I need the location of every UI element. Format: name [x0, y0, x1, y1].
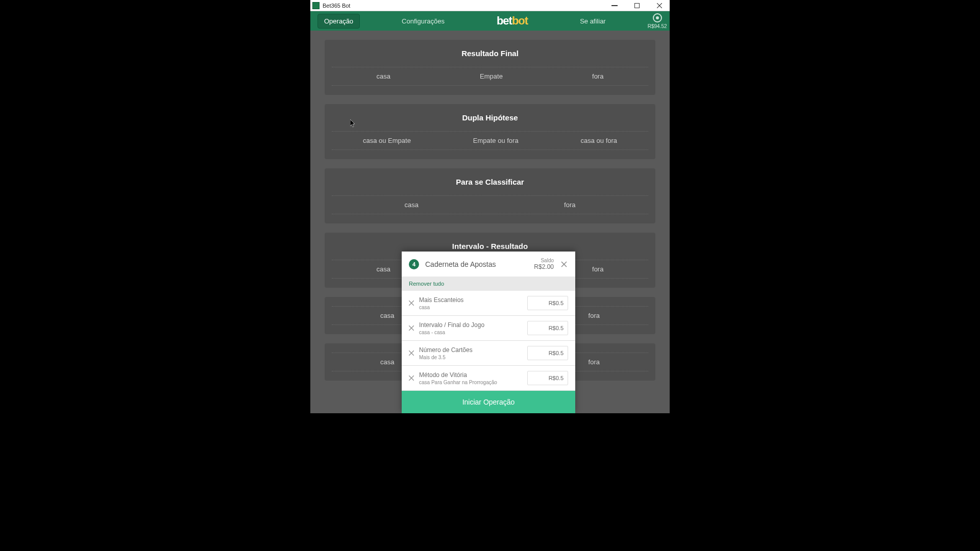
app-logo: betbot	[497, 14, 528, 28]
app-header: Operação Configurações betbot Se afiliar…	[310, 11, 670, 31]
market-option[interactable]: casa	[373, 263, 395, 275]
market-option[interactable]: casa	[376, 356, 398, 368]
app-icon	[312, 2, 320, 9]
market-card: Dupla Hipótesecasa ou EmpateEmpate ou fo…	[325, 104, 655, 159]
account-section[interactable]: R$94.52	[648, 13, 667, 29]
bet-slip-close-button[interactable]	[560, 260, 568, 268]
stake-input[interactable]: R$0.5	[527, 346, 568, 360]
bet-slip: 4 Caderneta de Apostas Saldo R$2.00 Remo…	[402, 252, 575, 413]
market-title: Dupla Hipótese	[332, 113, 648, 122]
bet-item-subtitle: casa - casa	[419, 330, 527, 335]
bet-slip-header: 4 Caderneta de Apostas Saldo R$2.00	[402, 252, 575, 277]
market-title: Intervalo - Resultado	[332, 242, 648, 251]
start-operation-button[interactable]: Iniciar Operação	[402, 391, 575, 413]
remove-bet-button[interactable]	[409, 299, 414, 307]
bet-item-title: Número de Cartões	[419, 346, 527, 354]
market-option[interactable]: Empate ou fora	[469, 135, 523, 146]
market-options-row: casa ou EmpateEmpate ou foracasa ou fora	[332, 131, 648, 150]
market-options-row: casafora	[332, 195, 648, 214]
bet-item-body: Mais Escanteioscasa	[419, 296, 527, 310]
bet-item-body: Intervalo / Final do Jogocasa - casa	[419, 321, 527, 335]
market-option[interactable]: fora	[588, 263, 607, 275]
market-card: Resultado FinalcasaEmpatefora	[325, 40, 655, 95]
market-option[interactable]: fora	[584, 356, 604, 368]
bet-item-body: Método de Vitóriacasa Para Ganhar na Pro…	[419, 371, 527, 385]
bet-item-subtitle: casa	[419, 305, 527, 310]
market-card: Para se Classificarcasafora	[325, 168, 655, 223]
bet-count-badge: 4	[409, 259, 419, 269]
nav-operacao[interactable]: Operação	[317, 14, 360, 29]
logo-text-left: bet	[497, 14, 512, 27]
remove-bet-button[interactable]	[409, 349, 414, 357]
close-button[interactable]	[651, 1, 668, 11]
balance-value: R$2.00	[534, 263, 554, 270]
nav-configuracoes[interactable]: Configurações	[396, 14, 451, 28]
maximize-button[interactable]	[629, 1, 645, 11]
bet-item-subtitle: casa Para Ganhar na Prorrogação	[419, 380, 527, 385]
market-option[interactable]: casa ou fora	[576, 135, 621, 146]
bet-item-title: Método de Vitória	[419, 371, 527, 379]
market-options-row: casaEmpatefora	[332, 67, 648, 86]
stake-input[interactable]: R$0.5	[527, 321, 568, 335]
bet-slip-title: Caderneta de Apostas	[425, 260, 496, 268]
market-option[interactable]: Empate	[476, 70, 507, 82]
market-title: Resultado Final	[332, 49, 648, 58]
bet-slip-item: Método de Vitóriacasa Para Ganhar na Pro…	[402, 366, 575, 391]
balance-label: Saldo	[534, 258, 554, 263]
minimize-button[interactable]	[606, 1, 623, 11]
market-option[interactable]: casa	[373, 70, 395, 82]
bet-slip-item: Intervalo / Final do Jogocasa - casaR$0.…	[402, 316, 575, 341]
stake-input[interactable]: R$0.5	[527, 296, 568, 310]
remove-bet-button[interactable]	[409, 374, 414, 382]
bet-slip-item: Mais EscanteioscasaR$0.5	[402, 291, 575, 316]
app-window: Bet365 Bot Operação Configurações betbot…	[310, 0, 670, 413]
logo-text-right: bot	[512, 14, 528, 27]
bet-item-title: Intervalo / Final do Jogo	[419, 321, 527, 329]
bet-item-subtitle: Mais de 3.5	[419, 355, 527, 360]
title-bar: Bet365 Bot	[310, 0, 670, 11]
market-option[interactable]: fora	[560, 199, 579, 211]
market-option[interactable]: fora	[584, 310, 604, 321]
market-option[interactable]: fora	[588, 70, 607, 82]
user-icon	[653, 13, 662, 22]
bet-item-body: Número de CartõesMais de 3.5	[419, 346, 527, 360]
market-title: Para se Classificar	[332, 178, 648, 186]
bet-slip-item: Número de CartõesMais de 3.5R$0.5	[402, 341, 575, 366]
stake-input[interactable]: R$0.5	[527, 371, 568, 385]
market-option[interactable]: casa	[401, 199, 423, 211]
nav-afiliar[interactable]: Se afiliar	[574, 14, 612, 28]
account-balance: R$94.52	[648, 23, 667, 29]
bet-item-title: Mais Escanteios	[419, 296, 527, 304]
remove-bet-button[interactable]	[409, 324, 414, 332]
remove-all-button[interactable]: Remover tudo	[402, 277, 575, 291]
market-option[interactable]: casa ou Empate	[359, 135, 415, 146]
window-controls	[606, 1, 668, 11]
window-title: Bet365 Bot	[323, 3, 350, 9]
market-option[interactable]: casa	[376, 310, 398, 321]
bet-slip-balance: Saldo R$2.00	[534, 258, 554, 270]
